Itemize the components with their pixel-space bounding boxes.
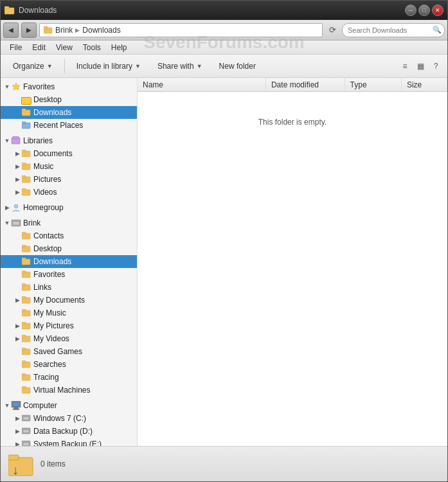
- col-header-size[interactable]: Size: [402, 78, 447, 91]
- favorites-brink-icon: [21, 269, 31, 280]
- close-button[interactable]: ✕: [432, 4, 444, 16]
- data-backup-d-arrow: ▶: [13, 428, 21, 434]
- sidebar-item-videos[interactable]: ▶ Videos: [1, 186, 137, 199]
- system-backup-e-icon: [21, 439, 31, 446]
- brink-icon: [11, 218, 21, 228]
- sidebar-item-saved-games[interactable]: Saved Games: [1, 345, 137, 358]
- sidebar-item-my-documents[interactable]: ▶ My Documents: [1, 294, 137, 307]
- my-pictures-label: My Pictures: [33, 321, 74, 330]
- menu-file[interactable]: File: [4, 42, 27, 53]
- svg-rect-1: [4, 6, 9, 9]
- refresh-button[interactable]: ⟳: [325, 23, 339, 37]
- path-separator: ▶: [75, 27, 80, 33]
- sidebar-item-my-music[interactable]: My Music: [1, 307, 137, 319]
- sidebar-item-favorites-header[interactable]: ▼ Favorites: [1, 80, 137, 93]
- menu-tools[interactable]: Tools: [78, 42, 106, 53]
- sidebar-item-pictures[interactable]: ▶ Pictures: [1, 173, 137, 186]
- help-button[interactable]: ?: [429, 60, 442, 73]
- organize-button[interactable]: Organize ▼: [6, 57, 60, 75]
- documents-icon: [21, 148, 31, 159]
- status-items-count: 0 items: [40, 460, 66, 469]
- sidebar-item-virtual-machines[interactable]: Virtual Machines: [1, 384, 137, 397]
- pictures-icon: [21, 174, 31, 184]
- homegroup-label: Homegroup: [23, 203, 64, 212]
- sidebar-item-recent-places[interactable]: Recent Places: [1, 119, 137, 132]
- svg-rect-57: [23, 443, 29, 445]
- minimize-button[interactable]: ─: [405, 4, 417, 16]
- homegroup-expand-arrow: ▶: [3, 204, 11, 211]
- my-documents-label: My Documents: [33, 296, 85, 305]
- sidebar-item-my-pictures[interactable]: ▶ My Pictures: [1, 319, 137, 332]
- path-downloads[interactable]: Downloads: [82, 26, 120, 35]
- sidebar-item-music[interactable]: ▶ Music: [1, 160, 137, 173]
- music-arrow: ▶: [13, 163, 21, 170]
- file-area: This folder is empty.: [138, 92, 447, 446]
- sidebar: ▼ Favorites Desktop Downloads: [1, 78, 138, 446]
- my-music-label: My Music: [33, 308, 66, 317]
- sidebar-item-homegroup-header[interactable]: ▶ Homegroup: [1, 201, 137, 214]
- downloads-brink-label: Downloads: [33, 257, 71, 266]
- sidebar-item-contacts[interactable]: Contacts: [1, 229, 137, 242]
- sidebar-item-my-videos[interactable]: ▶ My Videos: [1, 332, 137, 345]
- svg-rect-3: [44, 26, 48, 29]
- menu-help[interactable]: Help: [106, 42, 132, 53]
- path-brink[interactable]: Brink: [55, 26, 73, 35]
- sidebar-item-desktop-fav[interactable]: Desktop: [1, 93, 137, 106]
- sidebar-item-searches[interactable]: Searches: [1, 358, 137, 371]
- menu-view[interactable]: View: [51, 42, 78, 53]
- sidebar-item-downloads-fav[interactable]: Downloads: [1, 106, 137, 119]
- sidebar-item-computer-header[interactable]: ▼ Computer: [1, 399, 137, 412]
- search-input[interactable]: [342, 23, 445, 37]
- col-header-type[interactable]: Type: [345, 78, 402, 91]
- svg-rect-8: [22, 121, 26, 124]
- sidebar-item-data-backup-d[interactable]: ▶ Data Backup (D:): [1, 425, 137, 438]
- new-folder-button[interactable]: New folder: [212, 57, 263, 75]
- forward-button[interactable]: ▶: [21, 22, 37, 38]
- sidebar-item-favorites-brink[interactable]: Favorites: [1, 268, 137, 281]
- sidebar-item-brink-header[interactable]: ▼ Brink: [1, 217, 137, 229]
- col-header-date[interactable]: Date modified: [266, 78, 345, 91]
- sidebar-item-libraries-header[interactable]: ▼ Libraries: [1, 134, 137, 147]
- favorites-expand-arrow: ▼: [3, 84, 11, 90]
- svg-rect-39: [22, 335, 26, 337]
- col-header-name[interactable]: Name: [138, 78, 266, 91]
- address-path[interactable]: Brink ▶ Downloads: [39, 23, 323, 37]
- svg-rect-25: [22, 245, 26, 247]
- addressbar: ◀ ▶ Brink ▶ Downloads ⟳ 🔍: [1, 20, 447, 40]
- computer-label: Computer: [23, 401, 57, 410]
- include-in-library-button[interactable]: Include in library ▼: [69, 57, 148, 75]
- path-folder-icon: [44, 26, 53, 35]
- maximize-button[interactable]: □: [418, 4, 430, 16]
- sidebar-item-downloads-brink[interactable]: Downloads: [1, 255, 137, 268]
- menu-edit[interactable]: Edit: [27, 42, 51, 53]
- my-pictures-icon: [21, 321, 31, 331]
- sidebar-item-tracing[interactable]: Tracing: [1, 371, 137, 384]
- pictures-label: Pictures: [33, 175, 61, 184]
- my-videos-label: My Videos: [33, 334, 69, 343]
- main-area: ▼ Favorites Desktop Downloads: [1, 78, 447, 446]
- svg-rect-10: [13, 136, 19, 139]
- titlebar-left: Downloads: [4, 5, 57, 15]
- sidebar-item-desktop-brink[interactable]: Desktop: [1, 242, 137, 255]
- contacts-label: Contacts: [33, 231, 64, 240]
- sidebar-item-documents[interactable]: ▶ Documents: [1, 147, 137, 160]
- search-icon[interactable]: 🔍: [433, 26, 442, 34]
- videos-label: Videos: [33, 188, 57, 197]
- sidebar-item-system-backup-e[interactable]: ▶ System Backup (E:): [1, 438, 137, 446]
- back-button[interactable]: ◀: [3, 22, 19, 38]
- svg-rect-16: [22, 175, 26, 178]
- sidebar-item-windows7c[interactable]: ▶ Windows 7 (C:): [1, 412, 137, 425]
- sidebar-item-links[interactable]: Links: [1, 281, 137, 294]
- view-details-button[interactable]: ▦: [414, 60, 427, 73]
- svg-rect-43: [22, 361, 26, 363]
- svg-rect-53: [23, 417, 29, 420]
- favorites-icon: [11, 82, 21, 92]
- computer-expand-arrow: ▼: [3, 402, 11, 409]
- windows7c-label: Windows 7 (C:): [33, 414, 86, 423]
- music-icon: [21, 161, 31, 172]
- explorer-window: Downloads ─ □ ✕ ◀ ▶ Brink ▶ Downloads ⟳ …: [0, 0, 448, 482]
- view-toggle-button[interactable]: ≡: [399, 60, 411, 73]
- organize-dropdown-arrow: ▼: [47, 63, 53, 69]
- share-with-button[interactable]: Share with ▼: [150, 57, 210, 75]
- svg-rect-6: [22, 109, 26, 111]
